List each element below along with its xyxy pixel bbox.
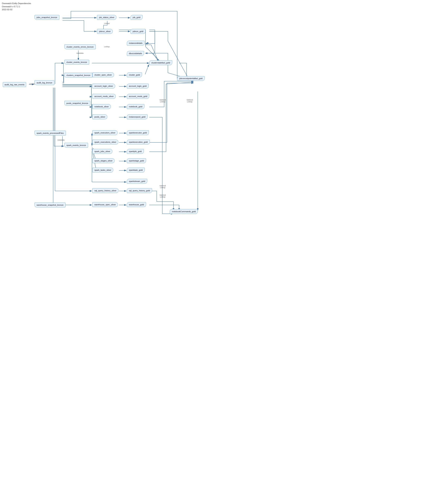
node-notebook-silver: notebook_silver	[92, 104, 111, 109]
node-instancedetails: instancedetails	[127, 41, 145, 46]
node-account-login-silver: account_login_silver	[92, 84, 115, 89]
node-sql-query-history-gold: sql_query_history_gold	[127, 188, 152, 193]
lookup-label-1: Lookup	[104, 22, 110, 24]
node-clusters-snapshot-bronze: clusters_snapshot_bronze	[64, 73, 92, 78]
node-pools-silver: pools_silver	[92, 114, 107, 119]
node-spark-executors-silver: spark_executors_silver	[92, 130, 118, 135]
node-spark-events-bronze: spark_events_bronze	[64, 143, 88, 148]
node-spark-executions-silver: spark_executions_silver	[92, 140, 118, 144]
metadata-label-1: metadata	[76, 52, 84, 54]
node-jobs-snapshot-bronze: jobs_snapshot_bronze	[34, 15, 59, 20]
optional-lookup-4: OptionalLookup	[159, 194, 166, 198]
optional-lookup-2: OptionalLookup	[187, 99, 193, 103]
node-sparkjob-gold: sparkjob_gold	[127, 149, 144, 154]
node-spark-events-processedfiles: spark_events_processedFiles	[34, 131, 66, 136]
node-jobrun-silver: jobrun_silver	[97, 29, 113, 34]
node-job-status-silver: job_status_silver	[97, 15, 116, 20]
node-jobruncostpotentialfact-gold: jobruncostpotentialfact_gold	[177, 76, 205, 81]
node-warehouse-snapshot-bronze: warehouse_snapshot_bronze	[34, 202, 66, 207]
node-cluster-spec-silver: cluster_spec_silver	[92, 72, 114, 77]
node-account-mods-silver: account_mods_silver	[92, 94, 116, 99]
node-account-login-gold: account_login_gold	[127, 84, 149, 89]
node-cluster-events-bronze: cluster_events_bronze	[64, 60, 89, 65]
svg-line-10	[145, 64, 149, 74]
node-spark-stages-silver: spark_stages_silver	[92, 158, 115, 163]
node-sparkstage-gold: sparkstage_gold	[127, 158, 146, 163]
azure-label: AZURE	[29, 83, 35, 85]
lookup-label-2: Lookup	[104, 46, 110, 48]
node-audit-log-bronze: audit_log_bronze	[34, 80, 54, 85]
metadata-label-2: metadata	[57, 139, 65, 141]
diagram-container: audit_log_raw_events AZURE audit_log_bro…	[0, 0, 444, 504]
node-clusterstatefact-gold: clusterstatefact_gold	[149, 60, 172, 65]
node-cluster-events-errors-bronze: cluster_events_errors_bronze	[64, 44, 96, 49]
node-warehouse-gold: warehouse_gold	[127, 202, 146, 207]
node-spark-jobs-silver: spark_jobs_silver	[92, 149, 112, 154]
node-cluster-gold: cluster_gold	[127, 72, 142, 77]
node-sparkexecutor-gold: sparkexecutor_gold	[127, 130, 149, 135]
node-sql-query-history-silver: sql_query_history_silver	[92, 188, 119, 193]
node-jobrun-gold: jobrun_gold	[131, 29, 146, 34]
node-sparkexecution-gold: sparkexecution_gold	[127, 140, 150, 144]
node-sparkstream-gold: sparkstream_gold	[127, 179, 147, 184]
optional-lookup-3: OptionalLookup	[159, 185, 166, 189]
node-instancepool-gold: instancepool_gold	[127, 114, 148, 119]
node-warehouse-spec-silver: warehouse_spec_silver	[92, 202, 118, 207]
optional-lookup-1: OptionalLookup	[159, 99, 166, 103]
node-audit-log-raw-events: audit_log_raw_events	[3, 82, 26, 87]
node-job-gold: job_gold	[131, 15, 142, 20]
node-account-mods-gold: account_mods_gold	[127, 94, 149, 99]
node-pools-snapshot-bronze: pools_snapshot_bronze	[64, 101, 90, 106]
node-dbucostdetails: dbucostdetails	[127, 51, 144, 56]
node-notebook-gold: notebook_gold	[127, 104, 144, 109]
node-sparktask-gold: sparktask_gold	[127, 168, 145, 173]
node-spark-tasks-silver: spark_tasks_silver	[92, 168, 113, 173]
node-notebookcommands-gold: notebookCommands_gold	[170, 209, 198, 214]
